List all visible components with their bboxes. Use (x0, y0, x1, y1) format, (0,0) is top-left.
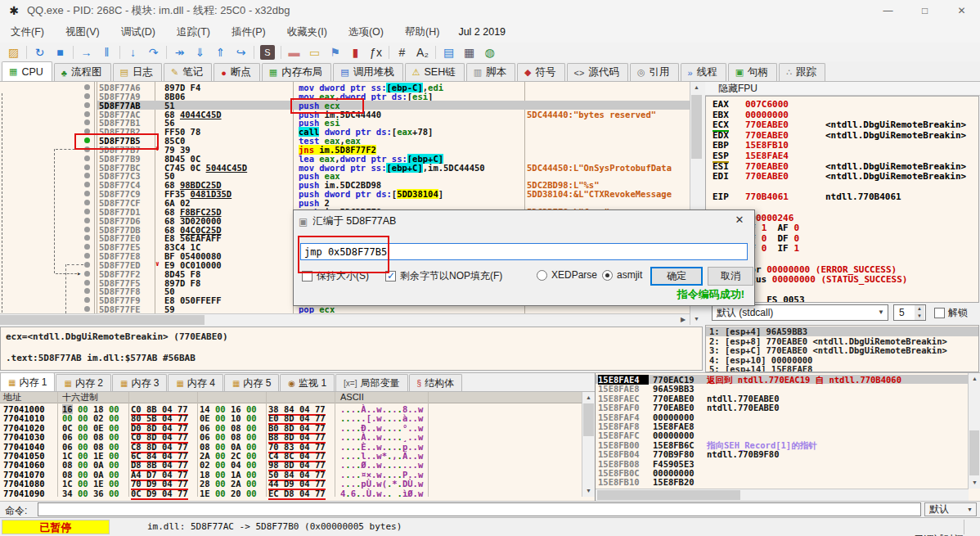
run-icon[interactable]: → (76, 43, 97, 61)
menu-item-2[interactable]: 调试(D) (110, 21, 166, 43)
memory-row[interactable]: 770410501C 00 1E 006C 84 04 772A 00 2C 0… (0, 451, 582, 460)
register-row[interactable]: EIP770B4061ntdll.770B4061 (706, 191, 976, 202)
scroll-up-icon[interactable]: ▲ (969, 373, 980, 385)
stack-row[interactable]: 15E8FB0015E8FB6C指向SEH_Record[1]的指针 (596, 440, 968, 449)
disasm-row[interactable]: 5D8F77AB51push ecx (0, 101, 690, 110)
tab-breakpoints[interactable]: ●断点 (214, 63, 260, 81)
tab-trace[interactable]: ∴跟踪 (779, 63, 825, 81)
row-dot-icon[interactable] (84, 119, 90, 125)
command-script-dropdown[interactable]: 默认 ▼ (924, 502, 977, 516)
keep-size-checkbox[interactable]: 保持大小(S) (302, 269, 369, 283)
stop-icon[interactable]: ■ (50, 43, 70, 61)
tab-memory-2[interactable]: ▦内存 2 (56, 374, 110, 391)
tab-call-stack[interactable]: ▤调用堆栈 (333, 63, 402, 81)
stack-row[interactable]: 15E8FB04770B9F80ntdll.770B9F80 (596, 449, 968, 458)
disasm-row[interactable]: 5D8F77B156push esi (0, 118, 690, 127)
register-value[interactable]: 15E8FAE4 (745, 151, 789, 161)
breakpoint-dot-icon[interactable] (84, 137, 90, 143)
register-value[interactable]: 00000000 (745, 110, 789, 120)
animate-into-icon[interactable]: ↠ (169, 43, 190, 61)
functions-icon[interactable]: ƒx (366, 43, 386, 61)
disassembly-hscrollbar[interactable]: ▶ (0, 313, 690, 325)
about-icon[interactable]: ◍ (479, 43, 500, 61)
calculator-icon[interactable]: ▦ (459, 43, 479, 61)
patches-icon[interactable]: ▬ (284, 43, 304, 61)
tab-memory-5[interactable]: ▦内存 5 (224, 374, 279, 391)
scroll-down-icon[interactable]: ▼ (969, 477, 980, 489)
row-dot-icon[interactable] (84, 262, 90, 268)
tab-cpu[interactable]: ▦CPU (2, 61, 52, 81)
bookmarks-icon[interactable]: ▮ (345, 43, 366, 61)
argument-row[interactable]: 3: [esp+C] 770EABE0 <ntdll.DbgUiRemoteBr… (706, 345, 978, 355)
scroll-down-icon[interactable]: ▼ (582, 485, 595, 497)
disasm-row[interactable]: 5D8F77B7∨79 39jns im.5D8F77F2 (0, 145, 690, 154)
menu-item-4[interactable]: 插件(P) (221, 21, 276, 43)
stack-row[interactable]: 15E8FAFC00000000 (596, 430, 968, 439)
tab-memory-map[interactable]: ▦内存布局 (262, 63, 331, 81)
row-dot-icon[interactable] (84, 306, 90, 312)
row-dot-icon[interactable] (84, 182, 90, 187)
register-row[interactable]: ESP15E8FAE4 (706, 151, 976, 161)
register-row[interactable]: EBP15E8FB10 (706, 140, 976, 151)
menu-item-5[interactable]: 收藏夹(I) (276, 21, 338, 43)
command-input[interactable] (38, 502, 921, 516)
row-dot-icon[interactable] (84, 146, 90, 152)
disasm-row[interactable]: 5D8F77B98D45 0Clea eax,dword ptr ss:[ebp… (0, 154, 690, 163)
tab-memory-1[interactable]: ▦内存 1 (0, 372, 55, 391)
row-dot-icon[interactable] (84, 155, 90, 161)
disasm-row[interactable]: 5D8F77B585C0test eax,eax (0, 136, 690, 145)
register-value[interactable]: 770EABE0 (745, 119, 789, 130)
row-dot-icon[interactable] (84, 84, 90, 90)
disasm-row[interactable]: 5D8F77CF6A 02push 2 (0, 198, 690, 207)
row-dot-icon[interactable] (84, 253, 90, 259)
memory-row[interactable]: 770410801C 00 1E 0070 D9 04 7728 00 2A 0… (0, 479, 582, 488)
labels-icon[interactable]: ⚑ (325, 43, 345, 61)
register-row[interactable] (706, 182, 976, 192)
row-dot-icon[interactable] (84, 288, 90, 294)
tab-locals[interactable]: [x=]局部变量 (335, 374, 407, 391)
restart-icon[interactable]: ↻ (29, 43, 50, 61)
close-button[interactable]: ✕ (943, 0, 980, 21)
row-dot-icon[interactable] (84, 209, 90, 214)
row-dot-icon[interactable] (84, 271, 90, 277)
memory-vscrollbar[interactable]: ▲ ▼ (582, 392, 595, 497)
disasm-row[interactable]: 5D8F77A6897D F4mov dword ptr ss:[ebp-C],… (0, 83, 690, 92)
scrollbar-thumb[interactable] (583, 403, 594, 436)
stack-row[interactable]: 15E8FB0C00000000 (596, 468, 968, 477)
memory-row[interactable]: 7704109034 00 36 000C D9 04 771E 00 20 0… (0, 489, 582, 498)
tab-handles[interactable]: ▣句柄 (728, 63, 777, 81)
menu-item-3[interactable]: 追踪(T) (166, 21, 221, 43)
minimize-button[interactable]: — (870, 0, 906, 21)
disasm-row[interactable]: 5D8F77AC68 4044C45Dpush im.5DC444405DC44… (0, 110, 690, 119)
register-row[interactable]: EBX00000000 (706, 110, 976, 120)
disasm-row[interactable]: 5D8F77A98B06mov eax,dword ptr ds:[esi] (0, 92, 690, 101)
row-dot-icon[interactable] (84, 280, 90, 286)
menu-item-0[interactable]: 文件(F) (0, 21, 55, 43)
argument-row[interactable]: 4: [esp+10] 00000000 (706, 355, 978, 365)
row-dot-icon[interactable] (84, 191, 90, 196)
memory-row[interactable]: 770410200C 00 0E 00D0 8D 04 7706 00 08 0… (0, 423, 582, 432)
menu-item-6[interactable]: 选项(O) (338, 21, 394, 43)
register-value[interactable]: 770B4061 (745, 191, 789, 202)
stack-row[interactable]: 15E8FAEC770EABE0ntdll.770EABE0 (596, 394, 968, 403)
cancel-button[interactable]: 取消 (708, 267, 753, 286)
tab-watch-1[interactable]: ◉监视 1 (280, 374, 335, 391)
disasm-row[interactable]: 5D8F77C9FF35 0481D35Dpush dword ptr ds:[… (0, 189, 690, 198)
disasm-row[interactable]: 5D8F77C350push eax (0, 171, 690, 180)
stack-row[interactable]: 15E8FB1015E8FB20 (596, 477, 968, 486)
scrollbar-thumb[interactable] (969, 430, 979, 475)
hide-fpu-button[interactable]: 隐藏FPU (705, 82, 980, 96)
disasm-row[interactable]: 5D8F77B2FF50 78call dword ptr ds:[eax+78… (0, 127, 690, 136)
tab-threads[interactable]: »线程 (681, 63, 726, 81)
topmost-icon[interactable]: ▤ (438, 43, 459, 61)
register-row[interactable]: ECX770EABE0<ntdll.DbgUiRemoteBreakin> (706, 119, 976, 130)
scrollbar-thumb[interactable] (597, 490, 740, 500)
nop-fill-checkbox[interactable]: 剩余字节以NOP填充(F) (385, 269, 502, 283)
row-dot-icon[interactable] (84, 227, 90, 232)
stepper-arrows-icon[interactable]: ▲▼ (915, 305, 924, 320)
scroll-up-icon[interactable]: ▲ (690, 82, 703, 93)
row-dot-icon[interactable] (84, 297, 90, 303)
row-dot-icon[interactable] (84, 173, 90, 178)
register-value[interactable]: 007C6000 (745, 99, 789, 110)
stack-row[interactable]: 15E8FB08F45905E3 (596, 459, 968, 468)
